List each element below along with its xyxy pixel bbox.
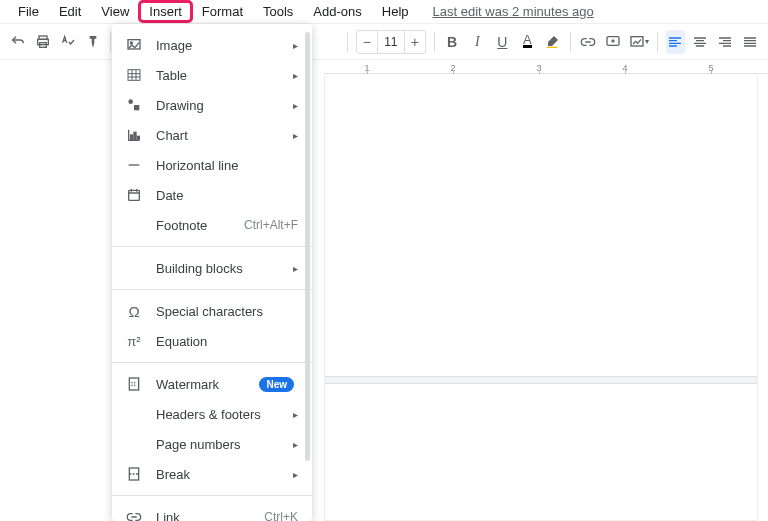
pi-icon: π² bbox=[124, 331, 144, 351]
submenu-arrow-icon: ▸ bbox=[293, 70, 298, 81]
menu-item-equation[interactable]: π²Equation bbox=[112, 326, 312, 356]
menu-shortcut: Ctrl+Alt+F bbox=[244, 218, 298, 232]
menu-item-label: Image bbox=[156, 38, 293, 53]
new-badge: New bbox=[259, 377, 294, 392]
menu-item-label: Break bbox=[156, 467, 293, 482]
menu-file[interactable]: File bbox=[8, 1, 49, 22]
spellcheck-button[interactable] bbox=[58, 30, 77, 54]
ruler-tick: 6 bbox=[754, 63, 768, 73]
align-right-button[interactable] bbox=[716, 30, 735, 54]
insert-link-button[interactable] bbox=[579, 30, 598, 54]
print-button[interactable] bbox=[33, 30, 52, 54]
italic-button[interactable]: I bbox=[468, 30, 487, 54]
menu-separator bbox=[112, 246, 312, 247]
font-size-stepper[interactable]: − 11 + bbox=[356, 30, 426, 54]
menu-item-footnote[interactable]: FootnoteCtrl+Alt+F bbox=[112, 210, 312, 240]
menu-shortcut: Ctrl+K bbox=[264, 510, 298, 521]
menu-item-horizontal-line[interactable]: Horizontal line bbox=[112, 150, 312, 180]
svg-rect-4 bbox=[631, 36, 643, 45]
font-size-value[interactable]: 11 bbox=[377, 31, 405, 53]
omega-icon: Ω bbox=[124, 301, 144, 321]
underline-button[interactable]: U bbox=[493, 30, 512, 54]
svg-rect-11 bbox=[134, 132, 136, 139]
menu-item-break[interactable]: Break▸ bbox=[112, 459, 312, 489]
hr-icon bbox=[124, 155, 144, 175]
menu-item-building-blocks[interactable]: Building blocks▸ bbox=[112, 253, 312, 283]
submenu-arrow-icon: ▸ bbox=[293, 469, 298, 480]
svg-point-8 bbox=[128, 99, 133, 104]
menu-scrollbar[interactable] bbox=[305, 32, 310, 461]
menu-item-label: Watermark bbox=[156, 377, 259, 392]
toolbar-separator bbox=[657, 32, 658, 52]
bold-button[interactable]: B bbox=[443, 30, 462, 54]
menu-item-label: Footnote bbox=[156, 218, 244, 233]
align-center-button[interactable] bbox=[691, 30, 710, 54]
menu-item-drawing[interactable]: Drawing▸ bbox=[112, 90, 312, 120]
menu-item-image[interactable]: Image▸ bbox=[112, 30, 312, 60]
menu-addons[interactable]: Add-ons bbox=[303, 1, 371, 22]
paint-format-button[interactable] bbox=[83, 30, 102, 54]
highlight-button[interactable] bbox=[543, 30, 562, 54]
menu-item-link[interactable]: LinkCtrl+K bbox=[112, 502, 312, 521]
menu-item-label: Equation bbox=[156, 334, 298, 349]
text-color-button[interactable]: A bbox=[518, 30, 537, 54]
menu-separator bbox=[112, 289, 312, 290]
menu-item-label: Special characters bbox=[156, 304, 298, 319]
undo-button[interactable] bbox=[8, 30, 27, 54]
toolbar-separator bbox=[434, 32, 435, 52]
svg-rect-13 bbox=[129, 190, 140, 200]
svg-rect-10 bbox=[131, 135, 133, 140]
toolbar-separator bbox=[110, 32, 111, 52]
align-left-button[interactable] bbox=[666, 30, 685, 54]
menu-item-label: Drawing bbox=[156, 98, 293, 113]
page-gap bbox=[325, 376, 757, 384]
watermark-icon bbox=[124, 374, 144, 394]
image-icon bbox=[124, 35, 144, 55]
menu-view[interactable]: View bbox=[91, 1, 139, 22]
svg-rect-14 bbox=[129, 378, 138, 390]
menu-separator bbox=[112, 495, 312, 496]
insert-image-button[interactable]: ▾ bbox=[629, 30, 649, 54]
menu-edit[interactable]: Edit bbox=[49, 1, 91, 22]
menu-item-label: Link bbox=[156, 510, 264, 522]
font-size-increase[interactable]: + bbox=[405, 31, 425, 53]
svg-rect-12 bbox=[137, 136, 139, 139]
menu-format[interactable]: Format bbox=[192, 1, 253, 22]
last-edit-link[interactable]: Last edit was 2 minutes ago bbox=[433, 4, 594, 19]
ruler-tick: 5 bbox=[668, 63, 754, 73]
ruler-tick: 2 bbox=[410, 63, 496, 73]
document-canvas[interactable] bbox=[324, 76, 758, 521]
menu-item-chart[interactable]: Chart▸ bbox=[112, 120, 312, 150]
link-icon bbox=[124, 507, 144, 521]
menu-item-label: Date bbox=[156, 188, 298, 203]
ruler-tick: 1 bbox=[324, 63, 410, 73]
svg-rect-7 bbox=[128, 70, 140, 81]
toolbar-separator bbox=[570, 32, 571, 52]
ruler-tick: 4 bbox=[582, 63, 668, 73]
insert-menu-dropdown: Image▸Table▸Drawing▸Chart▸Horizontal lin… bbox=[112, 24, 312, 521]
menu-item-label: Headers & footers bbox=[156, 407, 293, 422]
menu-item-special-characters[interactable]: ΩSpecial characters bbox=[112, 296, 312, 326]
align-justify-button[interactable] bbox=[741, 30, 760, 54]
menu-item-date[interactable]: Date bbox=[112, 180, 312, 210]
submenu-arrow-icon: ▸ bbox=[293, 409, 298, 420]
submenu-arrow-icon: ▸ bbox=[293, 130, 298, 141]
menu-item-table[interactable]: Table▸ bbox=[112, 60, 312, 90]
font-size-decrease[interactable]: − bbox=[357, 31, 377, 53]
menu-item-label: Table bbox=[156, 68, 293, 83]
menu-insert[interactable]: Insert bbox=[139, 1, 192, 22]
menu-item-watermark[interactable]: WatermarkNew bbox=[112, 369, 312, 399]
menu-item-label: Page numbers bbox=[156, 437, 293, 452]
ruler: 123456 bbox=[324, 60, 768, 74]
menu-item-headers-footers[interactable]: Headers & footers▸ bbox=[112, 399, 312, 429]
menu-tools[interactable]: Tools bbox=[253, 1, 303, 22]
submenu-arrow-icon: ▸ bbox=[293, 263, 298, 274]
submenu-arrow-icon: ▸ bbox=[293, 40, 298, 51]
menu-item-page-numbers[interactable]: Page numbers▸ bbox=[112, 429, 312, 459]
svg-rect-9 bbox=[134, 105, 139, 110]
toolbar-separator bbox=[347, 32, 348, 52]
svg-point-6 bbox=[130, 42, 132, 44]
menu-help[interactable]: Help bbox=[372, 1, 419, 22]
break-icon bbox=[124, 464, 144, 484]
add-comment-button[interactable] bbox=[604, 30, 623, 54]
